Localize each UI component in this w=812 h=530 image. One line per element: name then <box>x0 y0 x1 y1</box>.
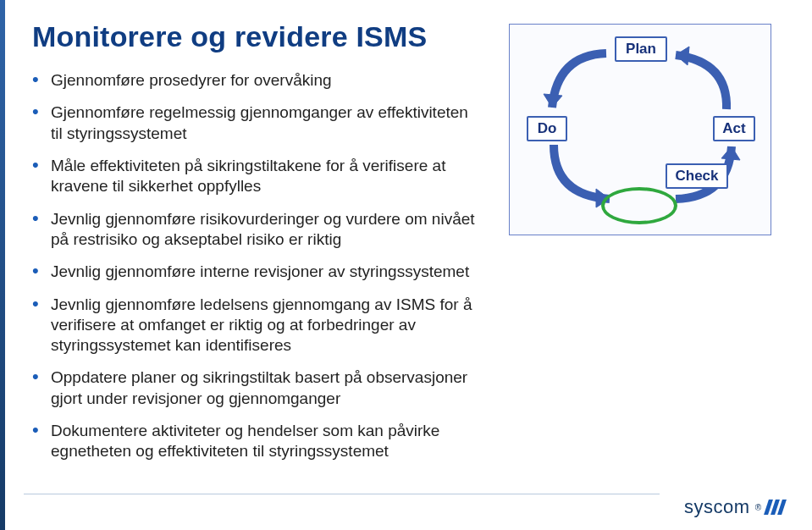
bullet-item: Jevnlig gjennomføre ledelsens gjennomgan… <box>32 295 480 356</box>
svg-marker-3 <box>721 146 740 160</box>
svg-marker-0 <box>676 47 689 65</box>
pdca-plan-box: Plan <box>615 36 667 62</box>
main-row: Monitorere og revidere ISMS Gjennomføre … <box>32 20 780 474</box>
svg-marker-1 <box>544 94 562 108</box>
bullet-list: Gjennomføre prosedyrer for overvåking Gj… <box>32 70 480 462</box>
pdca-do-box: Do <box>527 116 567 141</box>
bullet-item: Jevnlig gjennomføre risikovurderinger og… <box>32 209 480 251</box>
pdca-arrow-plan-to-do <box>542 45 615 118</box>
bullet-item: Måle effektiviteten på sikringstiltakene… <box>32 156 480 197</box>
pdca-arrow-act-to-plan <box>667 45 740 118</box>
slide: Monitorere og revidere ISMS Gjennomføre … <box>0 0 812 530</box>
footer-logo: syscom® <box>684 496 787 518</box>
pdca-diagram-column: Plan Do Check Act <box>500 20 780 474</box>
bullet-item: Gjennomføre prosedyrer for overvåking <box>32 70 480 91</box>
pdca-diagram: Plan Do Check Act <box>509 24 771 235</box>
footer-logo-mark-icon <box>766 500 787 515</box>
footer-divider <box>24 494 660 494</box>
page-title: Monitorere og revidere ISMS <box>32 20 480 53</box>
text-column: Monitorere og revidere ISMS Gjennomføre … <box>32 20 480 474</box>
pdca-check-box: Check <box>666 163 728 189</box>
registered-mark: ® <box>755 503 761 512</box>
bullet-item: Dokumentere aktiviteter og hendelser som… <box>32 421 480 462</box>
bullet-item: Jevnlig gjennomføre interne revisjoner a… <box>32 262 480 282</box>
bullet-item: Gjennomføre regelmessig gjennomganger av… <box>32 102 480 144</box>
pdca-act-box: Act <box>713 116 755 141</box>
pdca-check-highlight-ring <box>601 187 677 224</box>
footer-logo-text: syscom <box>684 496 750 518</box>
bullet-item: Oppdatere planer og sikringstiltak baser… <box>32 367 480 409</box>
